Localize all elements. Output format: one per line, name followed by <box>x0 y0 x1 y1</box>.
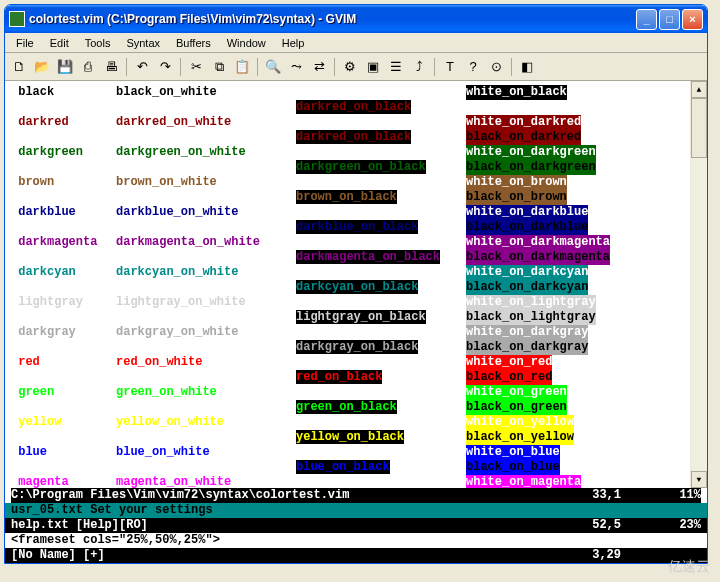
color-name: blue <box>11 445 116 460</box>
make-icon[interactable]: ⚙ <box>340 57 360 77</box>
color-row-green-alt: green_on_blackblack_on_green <box>11 400 701 415</box>
white-on-color: white_on_brown <box>466 175 567 190</box>
color-name: red <box>11 355 116 370</box>
tagjump-icon[interactable]: ⤴ <box>409 57 429 77</box>
color-on-white: darkgray_on_white <box>116 325 296 340</box>
menu-edit[interactable]: Edit <box>43 35 76 51</box>
status-frameset: <frameset cols="25%,50%,25%"> <box>11 533 220 548</box>
menu-window[interactable]: Window <box>220 35 273 51</box>
color-on-black: darkred_on_black <box>296 130 411 144</box>
minimize-button[interactable]: _ <box>636 9 657 30</box>
ctags-icon[interactable]: ☰ <box>386 57 406 77</box>
editor-area[interactable]: ▲ ▼ blackblack_on_whitewhite_on_blackdar… <box>5 81 707 488</box>
menu-tools[interactable]: Tools <box>78 35 118 51</box>
status-cursor-3: 52,5 <box>541 518 641 533</box>
window-controls: _ □ × <box>636 9 703 30</box>
color-name: darkgray <box>11 325 116 340</box>
status-cursor-5: 3,29 <box>541 548 641 563</box>
helpfind-icon[interactable]: ⊙ <box>486 57 506 77</box>
new-icon[interactable]: 🗋 <box>9 57 29 77</box>
white-on-color: white_on_magenta <box>466 475 581 488</box>
menu-help[interactable]: Help <box>275 35 312 51</box>
color-row-black-alt: darkred_on_black <box>11 100 701 115</box>
black-on-color: black_on_yellow <box>466 430 574 445</box>
color-name: darkmagenta <box>11 235 116 250</box>
vim-icon <box>9 11 25 27</box>
white-on-color: white_on_lightgray <box>466 295 596 310</box>
replace-icon[interactable]: ⇄ <box>309 57 329 77</box>
status-usr-txt: usr_05.txt Set your settings <box>11 503 213 518</box>
minimize-icon[interactable]: ◧ <box>517 57 537 77</box>
saveall-icon[interactable]: ⎙ <box>78 57 98 77</box>
black-on-color: black_on_lightgray <box>466 310 596 325</box>
gvim-window: colortest.vim (C:\Program Files\Vim\vim7… <box>4 4 708 564</box>
maximize-button[interactable]: □ <box>659 9 680 30</box>
status-line-1: C:\Program Files\Vim\vim72\syntax\colort… <box>5 488 707 503</box>
color-row-magenta: magentamagenta_on_whitewhite_on_magenta <box>11 475 701 488</box>
menu-file[interactable]: File <box>9 35 41 51</box>
shell-icon[interactable]: ▣ <box>363 57 383 77</box>
menu-syntax[interactable]: Syntax <box>119 35 167 51</box>
color-row-yellow-alt: yellow_on_blackblack_on_yellow <box>11 430 701 445</box>
color-row-darkblue-alt: darkblue_on_blackblack_on_darkblue <box>11 220 701 235</box>
script-icon[interactable]: T <box>440 57 460 77</box>
color-row-blue-alt: blue_on_blackblack_on_blue <box>11 460 701 475</box>
watermark: 亿速云 <box>668 558 710 576</box>
status-percent-1: 11% <box>641 488 701 503</box>
color-on-white: yellow_on_white <box>116 415 296 430</box>
color-on-white: magenta_on_white <box>116 475 296 488</box>
close-button[interactable]: × <box>682 9 703 30</box>
findnext-icon[interactable]: ⤳ <box>286 57 306 77</box>
color-row-red-alt: red_on_blackblack_on_red <box>11 370 701 385</box>
color-row-darkcyan-alt: darkcyan_on_blackblack_on_darkcyan <box>11 280 701 295</box>
status-line-3: help.txt [Help][RO] 52,5 23% <box>5 518 707 533</box>
undo-icon[interactable]: ↶ <box>132 57 152 77</box>
color-row-brown: brownbrown_on_whitewhite_on_brown <box>11 175 701 190</box>
status-line-5: [No Name] [+] 3,29 <box>5 548 707 563</box>
black-on-color: black_on_darkgreen <box>466 160 596 175</box>
color-row-green: greengreen_on_whitewhite_on_green <box>11 385 701 400</box>
color-on-black: green_on_black <box>296 400 397 414</box>
paste-icon[interactable]: 📋 <box>232 57 252 77</box>
menu-buffers[interactable]: Buffers <box>169 35 218 51</box>
scroll-down-button[interactable]: ▼ <box>691 471 707 488</box>
save-icon[interactable]: 💾 <box>55 57 75 77</box>
color-row-darkmagenta-alt: darkmagenta_on_blackblack_on_darkmagenta <box>11 250 701 265</box>
color-name: darkgreen <box>11 145 116 160</box>
color-on-black: darkgray_on_black <box>296 340 418 354</box>
black-on-color: black_on_darkcyan <box>466 280 588 295</box>
white-on-color: white_on_darkblue <box>466 205 588 220</box>
copy-icon[interactable]: ⧉ <box>209 57 229 77</box>
color-on-black: darkcyan_on_black <box>296 280 418 294</box>
scroll-up-button[interactable]: ▲ <box>691 81 707 98</box>
white-on-color: white_on_darkred <box>466 115 581 130</box>
white-on-color: white_on_darkcyan <box>466 265 588 280</box>
toolbar: 🗋📂💾⎙🖶↶↷✂⧉📋🔍⤳⇄⚙▣☰⤴T?⊙◧ <box>5 53 707 81</box>
color-on-black: brown_on_black <box>296 190 397 204</box>
color-row-brown-alt: brown_on_blackblack_on_brown <box>11 190 701 205</box>
scroll-thumb[interactable] <box>691 98 707 158</box>
status-cursor-1: 33,1 <box>541 488 641 503</box>
print-icon[interactable]: 🖶 <box>101 57 121 77</box>
white-on-color: white_on_blue <box>466 445 560 460</box>
color-on-white: darkblue_on_white <box>116 205 296 220</box>
help-icon[interactable]: ? <box>463 57 483 77</box>
titlebar[interactable]: colortest.vim (C:\Program Files\Vim\vim7… <box>5 5 707 33</box>
color-row-blue: blueblue_on_whitewhite_on_blue <box>11 445 701 460</box>
color-on-black: red_on_black <box>296 370 382 384</box>
find-icon[interactable]: 🔍 <box>263 57 283 77</box>
color-row-darkgray-alt: darkgray_on_blackblack_on_darkgray <box>11 340 701 355</box>
color-on-black: darkmagenta_on_black <box>296 250 440 264</box>
status-percent-3: 23% <box>641 518 701 533</box>
color-name: brown <box>11 175 116 190</box>
window-title: colortest.vim (C:\Program Files\Vim\vim7… <box>29 12 636 26</box>
white-on-color: white_on_darkgreen <box>466 145 596 160</box>
color-on-white: lightgray_on_white <box>116 295 296 310</box>
scrollbar[interactable]: ▲ ▼ <box>690 81 707 488</box>
color-row-darkblue: darkbluedarkblue_on_whitewhite_on_darkbl… <box>11 205 701 220</box>
color-row-darkred: darkreddarkred_on_whitewhite_on_darkred <box>11 115 701 130</box>
open-icon[interactable]: 📂 <box>32 57 52 77</box>
color-row-darkcyan: darkcyandarkcyan_on_whitewhite_on_darkcy… <box>11 265 701 280</box>
cut-icon[interactable]: ✂ <box>186 57 206 77</box>
redo-icon[interactable]: ↷ <box>155 57 175 77</box>
